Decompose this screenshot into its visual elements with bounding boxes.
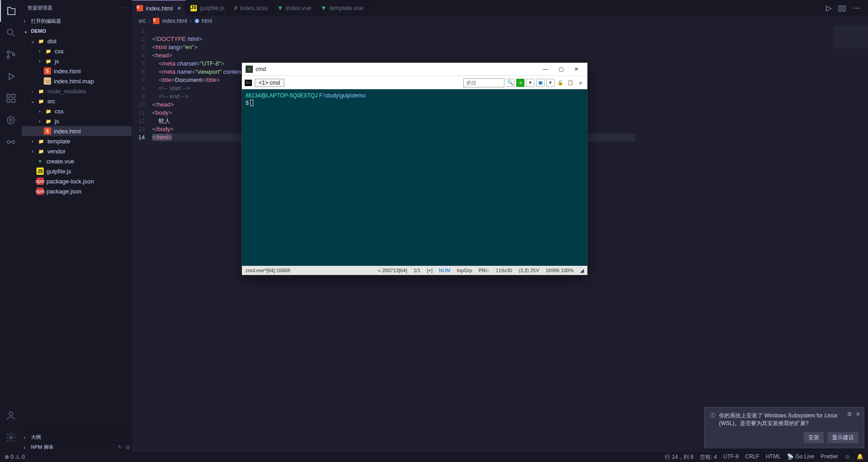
- terminal-cursor: [250, 100, 253, 106]
- layout-button[interactable]: ▣: [536, 79, 544, 87]
- notification-toast: ⚙ ✕ ⓘ 你的系统上安装了 Windows Subsystem for Lin…: [704, 407, 864, 448]
- tab-gulpfile[interactable]: JSgulpfile.js: [186, 0, 229, 16]
- terminal-title: cmd: [256, 66, 266, 72]
- folder-src-js[interactable]: ›📁js: [22, 116, 132, 126]
- file-create-vue[interactable]: ▼create.vue: [22, 156, 132, 166]
- minimize-button[interactable]: ―: [538, 65, 553, 74]
- status-encoding[interactable]: UTF-8: [723, 453, 739, 461]
- line-numbers: 1234567891011121314: [132, 27, 150, 142]
- breadcrumb: src› 5index.html› ⬢html: [132, 16, 868, 26]
- folder-dist-css[interactable]: ›📁css: [22, 46, 132, 56]
- status-eol[interactable]: CRLF: [745, 453, 759, 461]
- remote-icon[interactable]: [0, 131, 22, 153]
- debug-icon[interactable]: [0, 66, 22, 87]
- svg-point-2: [7, 56, 10, 59]
- folder-node-modules[interactable]: ›📁node_modules: [22, 86, 132, 96]
- split-icon[interactable]: ▯▯: [838, 4, 846, 12]
- menu-icon[interactable]: ≡: [576, 79, 585, 87]
- folder-dist-js[interactable]: ›📁js: [22, 56, 132, 66]
- svg-point-9: [10, 119, 12, 122]
- svg-rect-5: [12, 94, 15, 97]
- target-icon[interactable]: [0, 109, 22, 131]
- terminal-search-input[interactable]: [463, 78, 504, 87]
- new-tab-button[interactable]: ＋: [516, 79, 524, 87]
- open-editors-header[interactable]: ›打开的编辑器: [22, 16, 132, 26]
- terminal-toolbar: C:\ <1> cmd 🔍 ＋ ▾ ▣ ▾ 🔒 📋 ≡: [242, 76, 587, 89]
- status-language[interactable]: HTML: [766, 453, 781, 461]
- terminal-tab[interactable]: <1> cmd: [255, 79, 284, 87]
- more-icon[interactable]: ⋯: [121, 5, 126, 11]
- svg-rect-7: [12, 99, 15, 102]
- terminal-window: C cmd ― ▢ ✕ C:\ <1> cmd 🔍 ＋ ▾ ▣ ▾ 🔒 📋 ≡ …: [241, 62, 588, 275]
- file-pkg-lock[interactable]: npmpackage-lock.json: [22, 176, 132, 186]
- terminal-body[interactable]: 86134@LAPTOP-5Q0ESTQJ F:\study\gulp\demo…: [242, 89, 587, 266]
- toast-message: 你的系统上安装了 Windows Subsystem for Linux (WS…: [719, 412, 858, 427]
- svg-rect-4: [7, 94, 10, 97]
- maximize-button[interactable]: ▢: [554, 65, 568, 74]
- collapse-icon[interactable]: ⊟: [126, 444, 130, 450]
- folder-src[interactable]: ⌄📁src: [22, 96, 132, 106]
- source-control-icon[interactable]: [0, 44, 22, 66]
- terminal-app-icon: C: [246, 66, 253, 73]
- file-gulpfile[interactable]: JSgulpfile.js: [22, 166, 132, 176]
- svg-point-8: [7, 117, 15, 124]
- file-src-index[interactable]: 5index.html: [22, 126, 132, 136]
- file-pkg[interactable]: npmpackage.json: [22, 186, 132, 196]
- tab-template-vue[interactable]: ▼template.vue: [316, 0, 368, 16]
- status-errors[interactable]: ⊗ 0 ⚠ 0: [5, 454, 25, 460]
- status-lncol[interactable]: 行 14，列 8: [665, 453, 693, 461]
- minimap[interactable]: [833, 26, 868, 49]
- search-go-icon[interactable]: 🔍: [506, 79, 514, 87]
- run-icon[interactable]: ▷: [826, 4, 832, 12]
- breadcrumb-item[interactable]: html: [202, 18, 212, 24]
- refresh-icon[interactable]: ↻: [118, 444, 122, 450]
- settings-icon[interactable]: [0, 426, 22, 448]
- show-suggestions-button[interactable]: 显示建议: [827, 432, 858, 443]
- gear-icon[interactable]: ⚙: [847, 411, 852, 417]
- close-icon[interactable]: ×: [177, 5, 181, 12]
- activity-bar: [0, 0, 22, 462]
- breadcrumb-item[interactable]: index.html: [162, 18, 187, 24]
- file-dist-index-map[interactable]: ▭index.html.map: [22, 76, 132, 86]
- outline-header[interactable]: ›大纲: [22, 432, 132, 442]
- account-icon[interactable]: [0, 405, 22, 426]
- close-button[interactable]: ✕: [569, 65, 584, 74]
- folder-dist[interactable]: ⌄📁dist: [22, 36, 132, 46]
- svg-point-10: [7, 141, 10, 143]
- layout-dropdown[interactable]: ▾: [546, 79, 555, 87]
- tab-index-html[interactable]: 5index.html×: [132, 0, 186, 16]
- file-dist-index[interactable]: 5index.html: [22, 66, 132, 76]
- search-icon[interactable]: [0, 22, 22, 44]
- sidebar-title: 资源管理器: [27, 5, 52, 11]
- explorer-icon[interactable]: [0, 0, 22, 22]
- dropdown-button[interactable]: ▾: [526, 79, 534, 87]
- status-spaces[interactable]: 空格: 4: [700, 453, 717, 461]
- breadcrumb-item[interactable]: src: [139, 18, 146, 24]
- npm-scripts-header[interactable]: ›NPM 脚本 ↻⊟: [22, 442, 132, 452]
- install-button[interactable]: 安装: [804, 432, 824, 443]
- extensions-icon[interactable]: [0, 87, 22, 109]
- status-prettier[interactable]: Prettier: [821, 453, 838, 461]
- resize-grip-icon[interactable]: ◢: [580, 268, 584, 274]
- svg-point-1: [7, 51, 10, 53]
- more-actions-icon[interactable]: ⋯: [853, 4, 860, 12]
- svg-rect-6: [7, 99, 10, 102]
- close-toast-icon[interactable]: ✕: [856, 411, 860, 417]
- sidebar-header: 资源管理器 ⋯: [22, 0, 132, 16]
- terminal-titlebar[interactable]: C cmd ― ▢ ✕: [242, 63, 587, 76]
- status-feedback-icon[interactable]: ☺: [845, 453, 850, 461]
- status-bell-icon[interactable]: 🔔: [857, 453, 863, 461]
- svg-point-12: [9, 412, 13, 416]
- folder-template[interactable]: ›📁template: [22, 136, 132, 146]
- tab-index-scss[interactable]: #index.scss: [230, 0, 273, 16]
- copy-icon[interactable]: 📋: [566, 79, 575, 87]
- tab-index-vue[interactable]: ▼index.vue: [273, 0, 317, 16]
- folder-vendor[interactable]: ›📁vendor: [22, 146, 132, 156]
- status-bar: ⊗ 0 ⚠ 0 行 14，列 8 空格: 4 UTF-8 CRLF HTML 📡…: [0, 452, 868, 462]
- project-header[interactable]: ⌄DEMO: [22, 26, 132, 36]
- folder-src-css[interactable]: ›📁css: [22, 106, 132, 116]
- status-golive[interactable]: 📡 Go Live: [787, 453, 814, 461]
- lock-icon[interactable]: 🔒: [556, 79, 565, 87]
- sidebar: 资源管理器 ⋯ ›打开的编辑器 ⌄DEMO ⌄📁dist ›📁css ›📁js …: [22, 0, 132, 462]
- svg-point-0: [7, 29, 13, 35]
